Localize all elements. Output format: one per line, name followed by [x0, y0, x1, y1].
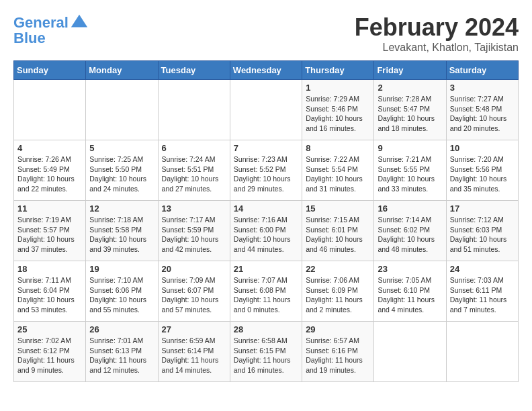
calendar-day-cell: 13Sunrise: 7:17 AMSunset: 5:59 PMDayligh… [158, 201, 230, 261]
day-info: Sunrise: 7:17 AMSunset: 5:59 PMDaylight:… [162, 215, 226, 255]
day-number: 10 [450, 143, 515, 153]
calendar-day-cell: 18Sunrise: 7:11 AMSunset: 6:04 PMDayligh… [14, 261, 86, 322]
day-info: Sunrise: 7:28 AMSunset: 5:47 PMDaylight:… [378, 94, 442, 134]
calendar-day-cell [158, 80, 230, 140]
day-number: 14 [234, 203, 298, 214]
day-info: Sunrise: 7:09 AMSunset: 6:07 PMDaylight:… [162, 275, 226, 315]
day-number: 25 [17, 324, 82, 334]
calendar-week-row: 11Sunrise: 7:19 AMSunset: 5:57 PMDayligh… [14, 201, 519, 261]
day-info: Sunrise: 7:03 AMSunset: 6:11 PMDaylight:… [450, 275, 515, 315]
calendar-table: SundayMondayTuesdayWednesdayThursdayFrid… [13, 60, 519, 382]
calendar-day-cell: 21Sunrise: 7:07 AMSunset: 6:08 PMDayligh… [230, 261, 302, 322]
day-number: 22 [306, 264, 370, 274]
day-info: Sunrise: 7:24 AMSunset: 5:51 PMDaylight:… [162, 154, 226, 194]
calendar-subtitle: Levakant, Khatlon, Tajikistan [355, 42, 519, 54]
day-info: Sunrise: 7:16 AMSunset: 6:00 PMDaylight:… [234, 215, 298, 255]
day-number: 19 [89, 264, 154, 274]
day-number: 11 [17, 203, 82, 214]
day-info: Sunrise: 7:06 AMSunset: 6:09 PMDaylight:… [306, 275, 370, 315]
day-info: Sunrise: 7:10 AMSunset: 6:06 PMDaylight:… [89, 275, 154, 315]
day-number: 8 [306, 143, 370, 153]
day-of-week-header: Thursday [302, 61, 374, 80]
day-number: 9 [378, 143, 442, 153]
calendar-day-cell: 12Sunrise: 7:18 AMSunset: 5:58 PMDayligh… [86, 201, 158, 261]
calendar-day-cell: 23Sunrise: 7:05 AMSunset: 6:10 PMDayligh… [374, 261, 446, 322]
day-info: Sunrise: 7:20 AMSunset: 5:56 PMDaylight:… [450, 154, 515, 194]
calendar-day-cell: 24Sunrise: 7:03 AMSunset: 6:11 PMDayligh… [446, 261, 518, 322]
day-of-week-header: Monday [86, 61, 158, 80]
day-info: Sunrise: 7:25 AMSunset: 5:50 PMDaylight:… [89, 154, 154, 194]
day-info: Sunrise: 7:26 AMSunset: 5:49 PMDaylight:… [17, 154, 82, 194]
calendar-day-cell: 17Sunrise: 7:12 AMSunset: 6:03 PMDayligh… [446, 201, 518, 261]
day-number: 12 [89, 203, 154, 214]
calendar-week-row: 25Sunrise: 7:02 AMSunset: 6:12 PMDayligh… [14, 322, 519, 382]
day-info: Sunrise: 7:01 AMSunset: 6:13 PMDaylight:… [89, 336, 154, 375]
day-number: 20 [162, 264, 226, 274]
logo-icon [70, 13, 89, 32]
calendar-day-cell: 10Sunrise: 7:20 AMSunset: 5:56 PMDayligh… [446, 140, 518, 201]
day-number: 17 [450, 203, 515, 214]
calendar-day-cell: 27Sunrise: 6:59 AMSunset: 6:14 PMDayligh… [158, 322, 230, 382]
day-info: Sunrise: 7:27 AMSunset: 5:48 PMDaylight:… [450, 94, 515, 134]
day-info: Sunrise: 7:05 AMSunset: 6:10 PMDaylight:… [378, 275, 442, 315]
day-number: 3 [450, 83, 515, 93]
day-number: 7 [234, 143, 298, 153]
day-of-week-header: Saturday [446, 61, 518, 80]
calendar-day-cell: 6Sunrise: 7:24 AMSunset: 5:51 PMDaylight… [158, 140, 230, 201]
calendar-day-cell: 29Sunrise: 6:57 AMSunset: 6:16 PMDayligh… [302, 322, 374, 382]
day-number: 15 [306, 203, 370, 214]
calendar-day-cell: 26Sunrise: 7:01 AMSunset: 6:13 PMDayligh… [86, 322, 158, 382]
calendar-day-cell [230, 80, 302, 140]
day-info: Sunrise: 7:07 AMSunset: 6:08 PMDaylight:… [234, 275, 298, 315]
calendar-header-row: SundayMondayTuesdayWednesdayThursdayFrid… [14, 61, 519, 80]
day-number: 23 [378, 264, 442, 274]
day-number: 21 [234, 264, 298, 274]
logo: General Blue [13, 13, 89, 47]
day-info: Sunrise: 7:12 AMSunset: 6:03 PMDaylight:… [450, 215, 515, 255]
title-area: February 2024 Levakant, Khatlon, Tajikis… [355, 13, 519, 54]
day-number: 13 [162, 203, 226, 214]
calendar-day-cell: 16Sunrise: 7:14 AMSunset: 6:02 PMDayligh… [374, 201, 446, 261]
day-info: Sunrise: 7:14 AMSunset: 6:02 PMDaylight:… [378, 215, 442, 255]
calendar-day-cell [14, 80, 86, 140]
calendar-day-cell [446, 322, 518, 382]
calendar-day-cell: 14Sunrise: 7:16 AMSunset: 6:00 PMDayligh… [230, 201, 302, 261]
calendar-day-cell: 11Sunrise: 7:19 AMSunset: 5:57 PMDayligh… [14, 201, 86, 261]
day-number: 18 [17, 264, 82, 274]
day-info: Sunrise: 7:19 AMSunset: 5:57 PMDaylight:… [17, 215, 82, 255]
day-number: 4 [17, 143, 82, 153]
calendar-week-row: 4Sunrise: 7:26 AMSunset: 5:49 PMDaylight… [14, 140, 519, 201]
day-info: Sunrise: 7:23 AMSunset: 5:52 PMDaylight:… [234, 154, 298, 194]
day-info: Sunrise: 6:59 AMSunset: 6:14 PMDaylight:… [162, 336, 226, 375]
logo-text: General [13, 15, 69, 31]
day-number: 26 [89, 324, 154, 334]
calendar-day-cell: 1Sunrise: 7:29 AMSunset: 5:46 PMDaylight… [302, 80, 374, 140]
calendar-day-cell: 9Sunrise: 7:21 AMSunset: 5:55 PMDaylight… [374, 140, 446, 201]
calendar-week-row: 1Sunrise: 7:29 AMSunset: 5:46 PMDaylight… [14, 80, 519, 140]
calendar-day-cell: 15Sunrise: 7:15 AMSunset: 6:01 PMDayligh… [302, 201, 374, 261]
day-of-week-header: Friday [374, 61, 446, 80]
day-number: 2 [378, 83, 442, 93]
svg-marker-0 [71, 15, 87, 28]
day-number: 1 [306, 83, 370, 93]
calendar-day-cell: 2Sunrise: 7:28 AMSunset: 5:47 PMDaylight… [374, 80, 446, 140]
calendar-day-cell: 3Sunrise: 7:27 AMSunset: 5:48 PMDaylight… [446, 80, 518, 140]
day-number: 5 [89, 143, 154, 153]
calendar-day-cell: 19Sunrise: 7:10 AMSunset: 6:06 PMDayligh… [86, 261, 158, 322]
day-of-week-header: Sunday [14, 61, 86, 80]
day-of-week-header: Wednesday [230, 61, 302, 80]
calendar-day-cell [374, 322, 446, 382]
day-info: Sunrise: 6:58 AMSunset: 6:15 PMDaylight:… [234, 336, 298, 375]
calendar-week-row: 18Sunrise: 7:11 AMSunset: 6:04 PMDayligh… [14, 261, 519, 322]
day-of-week-header: Tuesday [158, 61, 230, 80]
calendar-title: February 2024 [355, 13, 519, 42]
day-number: 16 [378, 203, 442, 214]
calendar-day-cell: 4Sunrise: 7:26 AMSunset: 5:49 PMDaylight… [14, 140, 86, 201]
day-info: Sunrise: 7:11 AMSunset: 6:04 PMDaylight:… [17, 275, 82, 315]
calendar-day-cell: 8Sunrise: 7:22 AMSunset: 5:54 PMDaylight… [302, 140, 374, 201]
day-info: Sunrise: 6:57 AMSunset: 6:16 PMDaylight:… [306, 336, 370, 375]
calendar-day-cell: 5Sunrise: 7:25 AMSunset: 5:50 PMDaylight… [86, 140, 158, 201]
calendar-day-cell: 28Sunrise: 6:58 AMSunset: 6:15 PMDayligh… [230, 322, 302, 382]
day-number: 29 [306, 324, 370, 334]
calendar-day-cell: 7Sunrise: 7:23 AMSunset: 5:52 PMDaylight… [230, 140, 302, 201]
